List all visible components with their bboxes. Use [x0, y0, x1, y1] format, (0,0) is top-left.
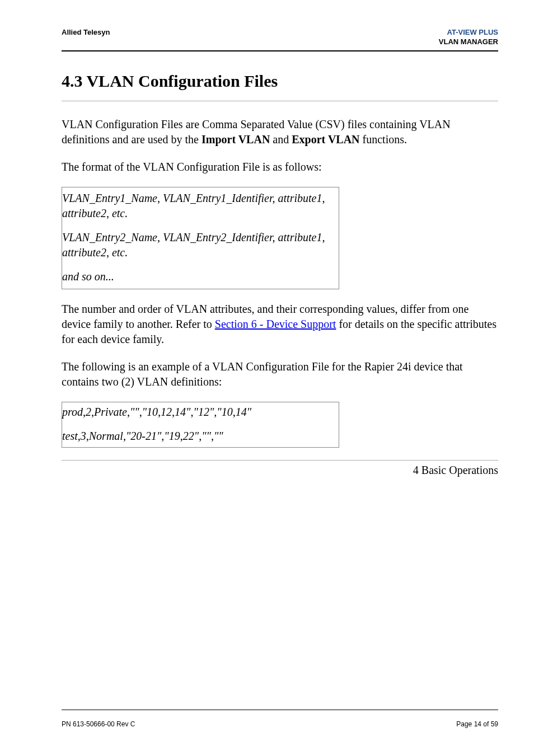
header-product-line2: VLAN MANAGER [439, 37, 498, 47]
format-line2: VLAN_Entry2_Name, VLAN_Entry2_Identifier… [62, 230, 336, 260]
device-support-link[interactable]: Section 6 - Device Support [215, 318, 336, 330]
page-content: Allied Telesyn AT-VIEW PLUS VLAN MANAGER… [62, 28, 498, 728]
divider-bottom [62, 460, 498, 461]
para1-bold-export: Export VLAN [292, 133, 359, 145]
paragraph-example: The following is an example of a VLAN Co… [62, 359, 498, 389]
para1-bold-import: Import VLAN [202, 133, 270, 145]
page-header: Allied Telesyn AT-VIEW PLUS VLAN MANAGER [62, 28, 498, 51]
header-brand: Allied Telesyn [62, 28, 110, 36]
paragraph-format: The format of the VLAN Configuration Fil… [62, 159, 498, 175]
footer-part-number: PN 613-50666-00 Rev C [62, 720, 135, 728]
page-footer: PN 613-50666-00 Rev C Page 14 of 59 [62, 710, 498, 728]
divider-top [62, 101, 498, 101]
example-line1: prod,2,Private,"","10,12,14","12","10,14… [62, 405, 336, 420]
para1-part-mid: and [270, 133, 292, 145]
header-product-line1: AT-VIEW PLUS [439, 28, 498, 37]
footer-page-number: Page 14 of 59 [456, 720, 498, 728]
example-line2: test,3,Normal,"20-21","19,22","","" [62, 429, 336, 444]
para1-part-end: functions. [360, 133, 407, 145]
chapter-reference: 4 Basic Operations [62, 464, 498, 477]
section-title: 4.3 VLAN Configuration Files [62, 72, 498, 91]
format-codebox: VLAN_Entry1_Name, VLAN_Entry1_Identifier… [62, 187, 339, 289]
header-product: AT-VIEW PLUS VLAN MANAGER [439, 28, 498, 47]
format-line3: and so on... [62, 269, 336, 284]
paragraph-intro: VLAN Configuration Files are Comma Separ… [62, 117, 498, 147]
format-line1: VLAN_Entry1_Name, VLAN_Entry1_Identifier… [62, 191, 336, 221]
paragraph-attributes: The number and order of VLAN attributes,… [62, 302, 498, 347]
example-codebox: prod,2,Private,"","10,12,14","12","10,14… [62, 402, 339, 448]
